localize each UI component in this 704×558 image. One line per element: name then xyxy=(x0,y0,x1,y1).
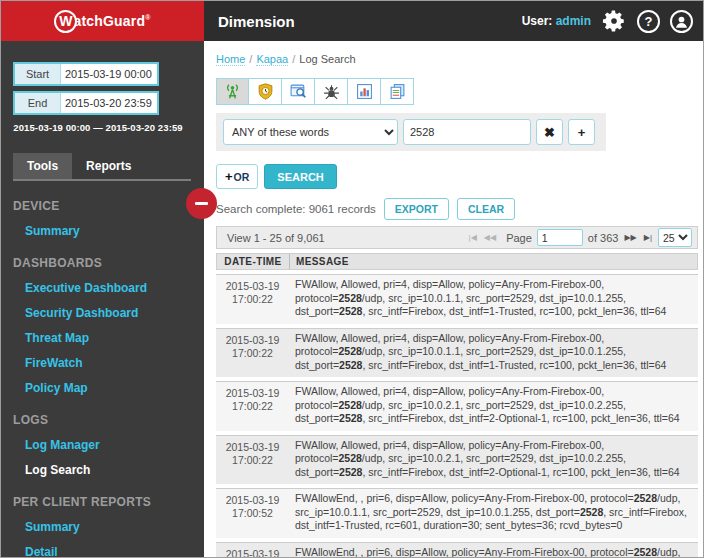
log-date-time: 2015-03-1917:00:52 xyxy=(216,543,289,558)
breadcrumb-home[interactable]: Home xyxy=(216,53,245,66)
date-range-summary: 2015-03-19 00:00 — 2015-03-20 23:59 xyxy=(13,122,183,133)
search-term-input[interactable] xyxy=(403,119,531,145)
sidebar-item-log-search[interactable]: Log Search xyxy=(25,463,204,477)
add-criteria-button[interactable]: + xyxy=(568,119,595,145)
page-number-input[interactable] xyxy=(537,229,583,246)
watchguard-logo-circle: W xyxy=(54,10,77,33)
breadcrumb-kapaa[interactable]: Kapaa xyxy=(256,53,288,66)
start-date-field: Start xyxy=(13,62,159,86)
breadcrumb-log-search: Log Search xyxy=(299,53,355,65)
start-date-input[interactable] xyxy=(61,64,157,84)
debug-log-type-button[interactable] xyxy=(315,78,348,105)
close-icon: ✖ xyxy=(544,125,555,140)
log-message: FWAllow, Allowed, pri=4, disp=Allow, pol… xyxy=(289,275,698,324)
log-table-row[interactable]: 2015-03-1917:00:52FWAllowEnd, , pri=6, d… xyxy=(216,542,698,558)
sidebar-tabs: ToolsReports xyxy=(13,153,191,181)
log-table-row[interactable]: 2015-03-1917:00:22FWAllow, Allowed, pri=… xyxy=(216,381,698,431)
sidebar-item-security-dashboard[interactable]: Security Dashboard xyxy=(25,306,204,320)
column-header-date-time: DATE-TIME xyxy=(217,254,290,269)
log-date-time: 2015-03-1917:00:22 xyxy=(216,436,289,485)
breadcrumb: Home/Kapaa/Log Search xyxy=(216,53,695,65)
log-message: FWAllowEnd, , pri=6, disp=Allow, policy=… xyxy=(289,543,698,558)
page-label: Page xyxy=(506,232,532,244)
page-size-select[interactable]: 25 xyxy=(658,228,692,247)
account-button[interactable] xyxy=(670,10,693,33)
log-date-time: 2015-03-1917:00:22 xyxy=(216,275,289,324)
sidebar-item-summary[interactable]: Summary xyxy=(25,224,204,238)
traffic-log-type-button[interactable] xyxy=(216,78,249,105)
log-message: FWAllow, Allowed, pri=4, disp=Allow, pol… xyxy=(289,329,698,378)
section-title-device: DEVICE xyxy=(13,199,204,213)
watchguard-logo: W atchGuard® xyxy=(1,1,204,41)
column-header-message: MESSAGE xyxy=(290,256,349,267)
sidebar-sections: DEVICESummaryDASHBOARDSExecutive Dashboa… xyxy=(13,199,204,558)
pagination-bar: View 1 - 25 of 9,061 |◀ ◀◀ Page of 363 ▶… xyxy=(216,226,698,249)
sidebar-item-firewatch[interactable]: FireWatch xyxy=(25,356,204,370)
sidebar-item-policy-map[interactable]: Policy Map xyxy=(25,381,204,395)
start-label: Start xyxy=(15,64,61,84)
alarm-icon xyxy=(257,83,274,100)
log-table-row[interactable]: 2015-03-1917:00:22FWAllow, Allowed, pri=… xyxy=(216,274,698,324)
end-date-input[interactable] xyxy=(61,93,157,113)
user-name: admin xyxy=(556,14,591,28)
event-icon xyxy=(290,83,307,100)
statistic-icon xyxy=(356,83,373,100)
minus-icon xyxy=(195,202,208,205)
clear-button[interactable]: CLEAR xyxy=(457,198,515,220)
sidebar-item-executive-dashboard[interactable]: Executive Dashboard xyxy=(25,281,204,295)
event-log-type-button[interactable] xyxy=(282,78,315,105)
log-table-row[interactable]: 2015-03-1917:00:22FWAllow, Allowed, pri=… xyxy=(216,328,698,378)
statistic-log-type-button[interactable] xyxy=(348,78,381,105)
search-button[interactable]: SEARCH xyxy=(264,164,336,189)
sidebar-item-log-manager[interactable]: Log Manager xyxy=(25,438,204,452)
log-results-grid: DATE-TIME MESSAGE 2015-03-1917:00:22FWAl… xyxy=(216,253,698,558)
sidebar-item-detail[interactable]: Detail xyxy=(25,545,204,558)
dimension-app-window: W atchGuard® Dimension User: admin ? Sta… xyxy=(0,0,704,558)
export-button[interactable]: EXPORT xyxy=(384,198,449,220)
first-page-button[interactable]: |◀ xyxy=(468,233,478,242)
sidebar-item-threat-map[interactable]: Threat Map xyxy=(25,331,204,345)
section-title-dashboards: DASHBOARDS xyxy=(13,256,204,270)
log-message: FWAllowEnd, , pri=6, disp=Allow, policy=… xyxy=(289,489,698,538)
traffic-icon xyxy=(224,83,241,100)
view-range-text: View 1 - 25 of 9,061 xyxy=(227,232,325,244)
log-search-main: Home/Kapaa/Log Search ANY of these words… xyxy=(204,41,703,558)
registered-mark: ® xyxy=(145,14,150,21)
audit-log-type-button[interactable] xyxy=(381,78,414,105)
grid-header: DATE-TIME MESSAGE xyxy=(216,253,698,270)
log-message: FWAllow, Allowed, pri=4, disp=Allow, pol… xyxy=(289,436,698,485)
log-table-row[interactable]: 2015-03-1917:00:22FWAllow, Allowed, pri=… xyxy=(216,435,698,485)
help-button[interactable]: ? xyxy=(637,10,660,33)
section-title-per-client-reports: PER CLIENT REPORTS xyxy=(13,495,204,509)
prev-page-button[interactable]: ◀◀ xyxy=(483,233,497,242)
plus-icon: + xyxy=(578,125,586,140)
sidebar-item-summary[interactable]: Summary xyxy=(25,520,204,534)
debug-icon xyxy=(323,83,340,100)
total-pages-text: of 363 xyxy=(588,232,619,244)
log-message: FWAllow, Allowed, pri=4, disp=Allow, pol… xyxy=(289,382,698,431)
gear-icon xyxy=(601,8,627,34)
help-icon: ? xyxy=(645,14,653,29)
alarm-log-type-button[interactable] xyxy=(249,78,282,105)
last-page-button[interactable]: ▶| xyxy=(643,233,653,242)
next-page-button[interactable]: ▶▶ xyxy=(623,233,637,242)
add-or-clause-button[interactable]: + OR xyxy=(216,164,258,189)
sidebar-collapse-button[interactable] xyxy=(186,188,217,219)
grid-body: 2015-03-1917:00:22FWAllow, Allowed, pri=… xyxy=(216,274,698,558)
tab-tools[interactable]: Tools xyxy=(13,153,72,179)
watchguard-logo-text: atchGuard xyxy=(73,13,145,29)
user-label: User: xyxy=(522,14,553,28)
log-table-row[interactable]: 2015-03-1917:00:52FWAllowEnd, , pri=6, d… xyxy=(216,488,698,538)
search-criteria-row: ANY of these words ✖ + xyxy=(216,113,606,151)
tab-reports[interactable]: Reports xyxy=(72,153,145,179)
app-header: W atchGuard® Dimension User: admin ? xyxy=(1,1,703,41)
remove-criteria-button[interactable]: ✖ xyxy=(536,119,563,145)
search-status-text: Search complete: 9061 records xyxy=(216,203,376,215)
match-mode-select[interactable]: ANY of these words xyxy=(223,119,398,145)
settings-button[interactable] xyxy=(601,8,627,34)
plus-icon: + xyxy=(225,169,233,184)
page-title: Dimension xyxy=(218,13,295,30)
log-date-time: 2015-03-1917:00:52 xyxy=(216,489,289,538)
section-title-logs: LOGS xyxy=(13,413,204,427)
log-type-toolbar xyxy=(216,78,414,105)
